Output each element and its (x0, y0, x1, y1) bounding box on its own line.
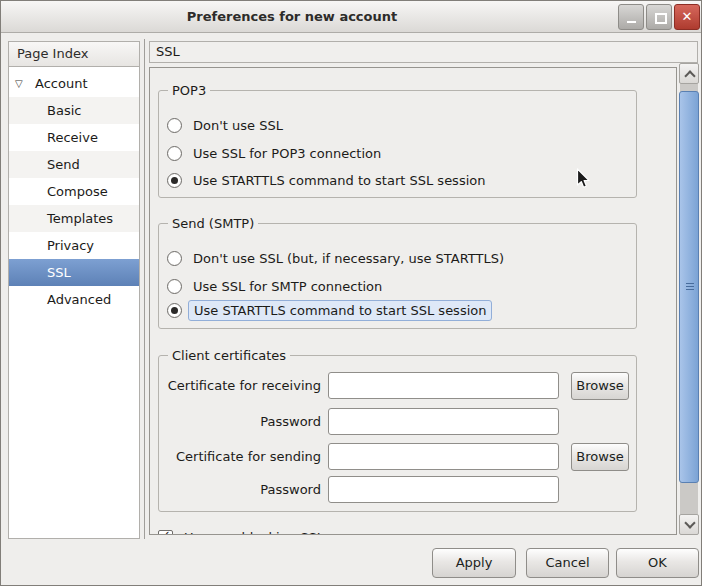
browse-receiving-button[interactable]: Browse (571, 372, 629, 400)
minimize-button[interactable] (618, 4, 644, 30)
radio-smtp-ssl[interactable]: Use SSL for SMTP connection (167, 276, 382, 296)
maximize-icon (655, 13, 667, 24)
radio-icon[interactable] (167, 279, 182, 294)
client-certificates-legend: Client certificates (168, 347, 290, 364)
scrollbar-thumb[interactable] (679, 91, 699, 483)
radio-icon[interactable] (167, 251, 182, 266)
radio-pop3-starttls[interactable]: Use STARTTLS command to start SSL sessio… (167, 170, 485, 190)
certificate-sending-input[interactable] (328, 443, 559, 470)
certificate-sending-label: Certificate for sending (159, 443, 321, 470)
page-index-tree: ▽ Account Basic Receive Send Compose Tem… (8, 67, 140, 539)
password-receiving-label: Password (159, 408, 321, 435)
use-nonblocking-ssl-option[interactable]: Use non-blocking SSL (158, 527, 324, 535)
certificate-receiving-input[interactable] (328, 372, 559, 399)
sidebar-item-receive[interactable]: Receive (9, 124, 139, 151)
sidebar-item-account[interactable]: ▽ Account (9, 70, 139, 97)
chevron-down-icon (684, 517, 695, 528)
preferences-dialog: Preferences for new account Page Index ▽… (0, 0, 702, 586)
pane-divider[interactable] (144, 39, 145, 539)
expander-icon[interactable]: ▽ (15, 70, 23, 97)
grip-icon (686, 283, 694, 290)
radio-selected-icon[interactable] (167, 173, 182, 188)
ssl-settings-panel: POP3 Don't use SSL Use SSL for POP3 conn… (149, 67, 677, 535)
page-title: SSL (149, 41, 698, 63)
chevron-up-icon (684, 70, 695, 81)
sidebar-item-templates[interactable]: Templates (9, 205, 139, 232)
password-sending-label: Password (159, 476, 321, 503)
smtp-group: Send (SMTP) Don't use SSL (but, if neces… (158, 223, 637, 329)
close-button[interactable] (674, 4, 700, 30)
radio-smtp-no-ssl[interactable]: Don't use SSL (but, if necessary, use ST… (167, 248, 504, 268)
vertical-scrollbar (679, 63, 699, 535)
certificate-receiving-label: Certificate for receiving (159, 372, 321, 399)
sidebar-item-privacy[interactable]: Privacy (9, 232, 139, 259)
apply-button[interactable]: Apply (432, 548, 516, 578)
checkbox-checked-icon[interactable] (158, 530, 173, 536)
scroll-up-button[interactable] (679, 63, 699, 84)
title-bar: Preferences for new account (1, 1, 701, 33)
browse-sending-button[interactable]: Browse (571, 443, 629, 471)
password-sending-input[interactable] (328, 476, 559, 503)
radio-selected-icon[interactable] (167, 303, 182, 318)
window-title: Preferences for new account (1, 1, 701, 32)
pop3-group-legend: POP3 (168, 82, 210, 99)
radio-icon[interactable] (167, 118, 182, 133)
sidebar-item-send[interactable]: Send (9, 151, 139, 178)
scroll-down-button[interactable] (679, 514, 699, 535)
cancel-button[interactable]: Cancel (526, 548, 609, 578)
minimize-icon (627, 21, 636, 23)
ok-button[interactable]: OK (616, 548, 699, 578)
sidebar-item-basic[interactable]: Basic (9, 97, 139, 124)
password-receiving-input[interactable] (328, 408, 559, 435)
pop3-group: POP3 Don't use SSL Use SSL for POP3 conn… (158, 90, 637, 198)
page-index-header[interactable]: Page Index (8, 41, 140, 67)
sidebar-item-compose[interactable]: Compose (9, 178, 139, 205)
smtp-group-legend: Send (SMTP) (168, 215, 258, 232)
sidebar-item-ssl[interactable]: SSL (9, 259, 139, 286)
sidebar-item-advanced[interactable]: Advanced (9, 286, 139, 313)
radio-pop3-no-ssl[interactable]: Don't use SSL (167, 115, 283, 135)
radio-icon[interactable] (167, 146, 182, 161)
radio-smtp-starttls[interactable]: Use STARTTLS command to start SSL sessio… (167, 300, 492, 320)
close-icon (675, 5, 699, 29)
radio-pop3-ssl[interactable]: Use SSL for POP3 connection (167, 143, 381, 163)
client-certificates-group: Client certificates Certificate for rece… (158, 355, 637, 512)
maximize-button[interactable] (646, 4, 672, 30)
